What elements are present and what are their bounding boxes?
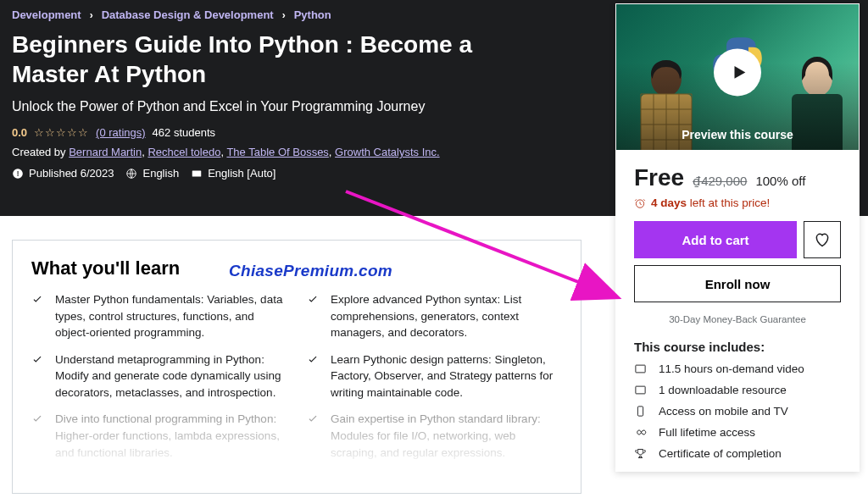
breadcrumb-link-3[interactable]: Python: [294, 8, 331, 21]
wyl-item: Explore advanced Python syntax: List com…: [307, 291, 562, 341]
author-link-1[interactable]: Bernard Martin: [69, 146, 142, 158]
check-icon: [307, 293, 319, 305]
cc-icon: [191, 168, 203, 180]
wyl-item: Gain expertise in Python standard librar…: [307, 411, 562, 461]
published-meta: ! Published 6/2023: [12, 167, 114, 180]
svg-text:!: !: [17, 169, 19, 177]
cc-meta: English [Auto]: [191, 167, 275, 180]
mobile-icon: [634, 405, 647, 418]
author-link-2[interactable]: Rechcel toledo: [147, 146, 220, 158]
check-icon: [31, 293, 43, 305]
check-icon: [31, 473, 43, 484]
published-text: Published 6/2023: [29, 167, 114, 180]
star-icons: ☆☆☆☆☆: [34, 126, 89, 139]
play-button[interactable]: [714, 48, 761, 96]
play-icon: [730, 63, 748, 81]
wyl-item: Develop performance-optimized Python: [31, 471, 287, 488]
includes-item: Full lifetime access: [634, 426, 841, 439]
check-icon: [31, 412, 43, 424]
includes-item: 1 downloadable resource: [634, 384, 841, 396]
wyl-text: Understand metaprogramming in Python: Mo…: [55, 351, 287, 401]
infinity-icon: [634, 426, 647, 439]
price-discount: 100% off: [755, 174, 805, 188]
wyl-text: Gain expertise in Python standard librar…: [331, 411, 562, 461]
author-link-3[interactable]: The Table Of Bosses: [226, 146, 328, 158]
wyl-text: Develop performance-optimized Python: [55, 471, 256, 488]
wyl-text: Dive into functional programming in Pyth…: [55, 411, 287, 461]
includes-text: Full lifetime access: [659, 426, 755, 439]
wyl-text: Explore advanced Python syntax: List com…: [331, 291, 562, 341]
chevron-right-icon: ›: [282, 9, 286, 21]
check-icon: [307, 473, 319, 484]
purchase-sidebar: Preview this course Free ₫429,000 100% o…: [615, 3, 860, 472]
check-icon: [307, 353, 319, 365]
svg-rect-3: [192, 170, 202, 176]
alarm-text: left at this price!: [687, 196, 770, 209]
wyl-item: Master Python fundamentals: Variables, d…: [31, 291, 287, 341]
add-to-cart-button[interactable]: Add to cart: [634, 221, 797, 258]
includes-text: Access on mobile and TV: [659, 405, 788, 418]
ratings-link[interactable]: (0 ratings): [96, 126, 146, 139]
includes-item: Access on mobile and TV: [634, 405, 841, 418]
check-icon: [307, 412, 319, 424]
preview-label: Preview this course: [616, 128, 859, 141]
wishlist-button[interactable]: [804, 221, 841, 258]
page-title: Beginners Guide Into Python : Become a M…: [12, 30, 554, 89]
wyl-text: Master Python fundamentals: Variables, d…: [55, 291, 287, 341]
enroll-now-button[interactable]: Enroll now: [634, 265, 841, 302]
money-back-guarantee: 30-Day Money-Back Guarantee: [634, 314, 841, 324]
breadcrumb-link-1[interactable]: Development: [12, 8, 81, 21]
info-icon: !: [12, 168, 24, 180]
wyl-item: Learn Pythonic design patterns: Singleto…: [307, 351, 562, 401]
includes-heading: This course includes:: [634, 340, 841, 354]
check-icon: [31, 353, 43, 365]
download-icon: [634, 384, 647, 396]
page-subtitle: Unlock the Power of Python and Excel in …: [12, 99, 554, 114]
svg-rect-11: [637, 407, 643, 416]
price-alarm: 4 days left at this price!: [634, 196, 841, 209]
wyl-text: Learn Pythonic design patterns: Singleto…: [331, 351, 562, 401]
breadcrumb-link-2[interactable]: Database Design & Development: [102, 8, 274, 21]
wyl-item: Fine-tune Python applications: Packaging…: [307, 471, 562, 488]
price-row: Free ₫429,000 100% off: [634, 164, 841, 191]
price-free: Free: [634, 164, 684, 191]
students-count: 462 students: [153, 126, 215, 139]
created-by-label: Created by: [12, 146, 69, 158]
includes-text: 11.5 hours on-demand video: [659, 362, 804, 375]
chevron-right-icon: ›: [90, 9, 93, 21]
language-meta: English: [125, 167, 179, 180]
watermark: ChiasePremium.com: [229, 262, 392, 280]
includes-item: 11.5 hours on-demand video: [634, 362, 841, 375]
wyl-item: Dive into functional programming in Pyth…: [31, 411, 287, 461]
language-text: English: [142, 167, 179, 180]
heart-icon: [814, 231, 831, 248]
alarm-icon: [634, 197, 646, 209]
wyl-text: Fine-tune Python applications: Packaging…: [331, 471, 544, 488]
author-link-4[interactable]: Growth Catalysts Inc.: [335, 146, 440, 158]
globe-icon: [125, 168, 137, 180]
includes-text: Certificate of completion: [659, 447, 782, 460]
alarm-days: 4 days: [651, 196, 687, 209]
includes-item: Certificate of completion: [634, 447, 841, 460]
price-old: ₫429,000: [693, 174, 747, 189]
cc-text: English [Auto]: [208, 167, 275, 180]
video-icon: [634, 362, 647, 375]
includes-text: 1 downloadable resource: [659, 384, 787, 396]
trophy-icon: [634, 447, 647, 460]
rating-value: 0.0: [12, 126, 27, 139]
course-preview[interactable]: Preview this course: [615, 3, 860, 151]
wyl-item: Understand metaprogramming in Python: Mo…: [31, 351, 287, 401]
